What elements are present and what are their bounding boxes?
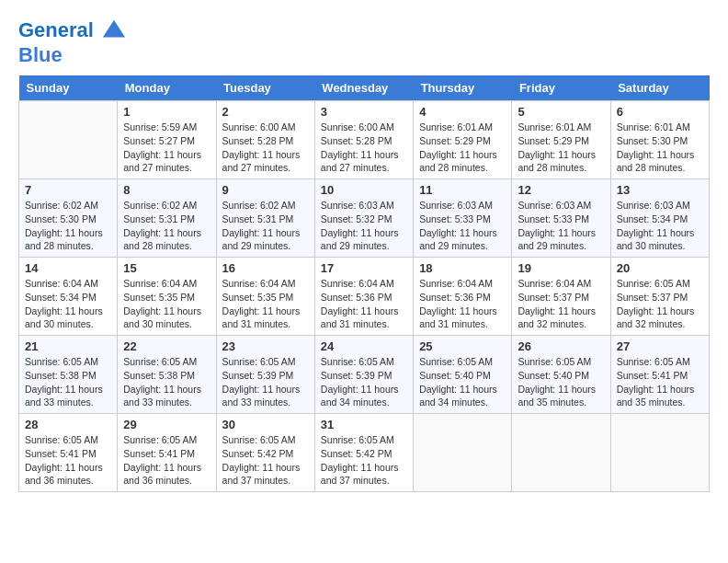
day-info: Sunrise: 6:04 AMSunset: 5:36 PMDaylight:… (419, 277, 506, 331)
day-cell: 27 Sunrise: 6:05 AMSunset: 5:41 PMDaylig… (610, 336, 709, 414)
day-number: 7 (25, 183, 111, 197)
day-number: 21 (25, 339, 111, 353)
day-cell: 5 Sunrise: 6:01 AMSunset: 5:29 PMDayligh… (512, 101, 610, 179)
day-number: 23 (222, 339, 309, 353)
day-number: 4 (419, 105, 506, 119)
day-number: 30 (222, 418, 309, 431)
day-cell: 12 Sunrise: 6:03 AMSunset: 5:33 PMDaylig… (512, 179, 610, 258)
day-info: Sunrise: 6:05 AMSunset: 5:38 PMDaylight:… (123, 355, 210, 409)
day-cell: 8 Sunrise: 6:02 AMSunset: 5:31 PMDayligh… (118, 179, 216, 258)
day-number: 20 (617, 261, 703, 275)
day-cell: 19 Sunrise: 6:04 AMSunset: 5:37 PMDaylig… (512, 258, 610, 336)
day-cell: 25 Sunrise: 6:05 AMSunset: 5:40 PMDaylig… (414, 336, 512, 414)
day-cell: 4 Sunrise: 6:01 AMSunset: 5:29 PMDayligh… (414, 101, 512, 179)
day-number: 15 (123, 261, 210, 275)
day-info: Sunrise: 6:03 AMSunset: 5:33 PMDaylight:… (518, 199, 604, 253)
svg-marker-0 (103, 20, 125, 38)
day-number: 31 (321, 418, 407, 431)
day-info: Sunrise: 6:00 AMSunset: 5:28 PMDaylight:… (321, 121, 407, 175)
day-info: Sunrise: 6:05 AMSunset: 5:40 PMDaylight:… (518, 355, 604, 409)
logo: General Blue (18, 18, 127, 66)
day-number: 27 (617, 339, 703, 353)
day-cell: 11 Sunrise: 6:03 AMSunset: 5:33 PMDaylig… (414, 179, 512, 258)
day-cell (414, 414, 512, 492)
day-info: Sunrise: 6:05 AMSunset: 5:41 PMDaylight:… (123, 433, 210, 488)
day-info: Sunrise: 6:01 AMSunset: 5:29 PMDaylight:… (419, 121, 506, 175)
day-number: 13 (617, 183, 703, 197)
day-cell: 22 Sunrise: 6:05 AMSunset: 5:38 PMDaylig… (118, 336, 216, 414)
day-info: Sunrise: 6:05 AMSunset: 5:42 PMDaylight:… (222, 433, 309, 488)
day-info: Sunrise: 6:04 AMSunset: 5:34 PMDaylight:… (25, 277, 111, 331)
day-info: Sunrise: 6:05 AMSunset: 5:42 PMDaylight:… (321, 433, 407, 488)
day-number: 2 (222, 105, 309, 119)
day-number: 25 (419, 339, 506, 353)
day-info: Sunrise: 6:05 AMSunset: 5:39 PMDaylight:… (321, 355, 407, 409)
day-number: 3 (321, 105, 407, 119)
day-info: Sunrise: 6:04 AMSunset: 5:35 PMDaylight:… (222, 277, 309, 331)
header-row: SundayMondayTuesdayWednesdayThursdayFrid… (19, 75, 710, 101)
day-cell (19, 101, 118, 179)
day-number: 29 (123, 418, 210, 431)
day-cell: 28 Sunrise: 6:05 AMSunset: 5:41 PMDaylig… (19, 414, 118, 492)
day-cell: 10 Sunrise: 6:03 AMSunset: 5:32 PMDaylig… (314, 179, 413, 258)
day-number: 16 (222, 261, 309, 275)
day-cell: 17 Sunrise: 6:04 AMSunset: 5:36 PMDaylig… (314, 258, 413, 336)
day-info: Sunrise: 6:04 AMSunset: 5:35 PMDaylight:… (123, 277, 210, 331)
day-cell: 29 Sunrise: 6:05 AMSunset: 5:41 PMDaylig… (118, 414, 216, 492)
week-row-1: 1 Sunrise: 5:59 AMSunset: 5:27 PMDayligh… (19, 101, 710, 179)
day-cell: 2 Sunrise: 6:00 AMSunset: 5:28 PMDayligh… (216, 101, 314, 179)
day-cell (610, 414, 709, 492)
day-number: 6 (617, 105, 703, 119)
page-header: General Blue (18, 18, 710, 66)
day-cell: 21 Sunrise: 6:05 AMSunset: 5:38 PMDaylig… (19, 336, 118, 414)
day-number: 11 (419, 183, 506, 197)
day-info: Sunrise: 5:59 AMSunset: 5:27 PMDaylight:… (123, 121, 210, 175)
day-cell: 16 Sunrise: 6:04 AMSunset: 5:35 PMDaylig… (216, 258, 314, 336)
day-cell: 26 Sunrise: 6:05 AMSunset: 5:40 PMDaylig… (512, 336, 610, 414)
logo-general: General (18, 18, 94, 41)
day-info: Sunrise: 6:03 AMSunset: 5:34 PMDaylight:… (617, 199, 703, 253)
day-info: Sunrise: 6:05 AMSunset: 5:40 PMDaylight:… (419, 355, 506, 409)
header-friday: Friday (512, 75, 610, 101)
day-number: 22 (123, 339, 210, 353)
day-number: 10 (321, 183, 407, 197)
day-number: 5 (518, 105, 604, 119)
day-cell: 9 Sunrise: 6:02 AMSunset: 5:31 PMDayligh… (216, 179, 314, 258)
calendar-table: SundayMondayTuesdayWednesdayThursdayFrid… (18, 75, 710, 492)
day-number: 26 (518, 339, 604, 353)
day-cell: 31 Sunrise: 6:05 AMSunset: 5:42 PMDaylig… (314, 414, 413, 492)
day-cell: 24 Sunrise: 6:05 AMSunset: 5:39 PMDaylig… (314, 336, 413, 414)
day-number: 8 (123, 183, 210, 197)
day-number: 12 (518, 183, 604, 197)
day-info: Sunrise: 6:02 AMSunset: 5:30 PMDaylight:… (25, 199, 111, 253)
day-cell: 6 Sunrise: 6:01 AMSunset: 5:30 PMDayligh… (610, 101, 709, 179)
day-info: Sunrise: 6:04 AMSunset: 5:36 PMDaylight:… (321, 277, 407, 331)
week-row-2: 7 Sunrise: 6:02 AMSunset: 5:30 PMDayligh… (19, 179, 710, 258)
day-number: 24 (321, 339, 407, 353)
header-thursday: Thursday (414, 75, 512, 101)
day-info: Sunrise: 6:05 AMSunset: 5:37 PMDaylight:… (617, 277, 703, 331)
week-row-4: 21 Sunrise: 6:05 AMSunset: 5:38 PMDaylig… (19, 336, 710, 414)
day-number: 1 (123, 105, 210, 119)
day-info: Sunrise: 6:04 AMSunset: 5:37 PMDaylight:… (518, 277, 604, 331)
day-info: Sunrise: 6:00 AMSunset: 5:28 PMDaylight:… (222, 121, 309, 175)
day-info: Sunrise: 6:01 AMSunset: 5:30 PMDaylight:… (617, 121, 703, 175)
day-info: Sunrise: 6:03 AMSunset: 5:32 PMDaylight:… (321, 199, 407, 253)
day-cell: 7 Sunrise: 6:02 AMSunset: 5:30 PMDayligh… (19, 179, 118, 258)
week-row-5: 28 Sunrise: 6:05 AMSunset: 5:41 PMDaylig… (19, 414, 710, 492)
day-info: Sunrise: 6:05 AMSunset: 5:39 PMDaylight:… (222, 355, 309, 409)
day-number: 18 (419, 261, 506, 275)
day-info: Sunrise: 6:03 AMSunset: 5:33 PMDaylight:… (419, 199, 506, 253)
day-info: Sunrise: 6:02 AMSunset: 5:31 PMDaylight:… (222, 199, 309, 253)
day-number: 28 (25, 418, 111, 431)
day-cell: 14 Sunrise: 6:04 AMSunset: 5:34 PMDaylig… (19, 258, 118, 336)
day-number: 17 (321, 261, 407, 275)
day-cell (512, 414, 610, 492)
day-info: Sunrise: 6:01 AMSunset: 5:29 PMDaylight:… (518, 121, 604, 175)
day-number: 19 (518, 261, 604, 275)
header-tuesday: Tuesday (216, 75, 314, 101)
day-cell: 20 Sunrise: 6:05 AMSunset: 5:37 PMDaylig… (610, 258, 709, 336)
day-info: Sunrise: 6:05 AMSunset: 5:38 PMDaylight:… (25, 355, 111, 409)
week-row-3: 14 Sunrise: 6:04 AMSunset: 5:34 PMDaylig… (19, 258, 710, 336)
day-info: Sunrise: 6:02 AMSunset: 5:31 PMDaylight:… (123, 199, 210, 253)
